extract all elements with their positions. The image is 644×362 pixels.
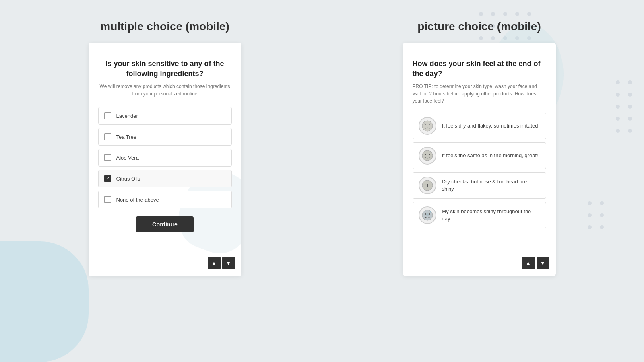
- pc-icon-dry-flakey: [419, 117, 436, 135]
- pc-option-dry-cheeks[interactable]: T Dry cheeks, but nose & forehead are sh…: [413, 172, 546, 199]
- mc-checkbox-citrus-oils: [104, 175, 111, 182]
- pc-icon-shiny-day: [419, 206, 436, 224]
- panel-divider: [322, 64, 322, 306]
- mc-option-citrus-oils[interactable]: Citrus Oils: [98, 170, 232, 187]
- mc-nav-arrows: ▲ ▼: [89, 253, 242, 276]
- pc-options-list: It feels dry and flakey, sometimes irrit…: [413, 113, 546, 228]
- mc-option-aloe-vera[interactable]: Aloe Vera: [98, 149, 232, 167]
- picture-choice-card: How does your skin feel at the end of th…: [403, 43, 556, 276]
- mc-label-tea-tree: Tea Tree: [116, 134, 137, 140]
- svg-point-4: [425, 154, 426, 155]
- pc-label-dry-flakey: It feels dry and flakey, sometimes irrit…: [442, 122, 538, 130]
- multiple-choice-content: Is your skin sensitive to any of the fol…: [89, 43, 242, 253]
- pc-question: How does your skin feel at the end of th…: [413, 59, 546, 79]
- svg-point-2: [429, 124, 430, 125]
- mc-checkbox-aloe-vera: [104, 154, 111, 161]
- mc-label-none: None of the above: [116, 197, 159, 203]
- mc-label-aloe-vera: Aloe Vera: [116, 155, 139, 161]
- pc-tip: PRO TIP: to determine your skin type, wa…: [413, 83, 546, 105]
- picture-choice-panel: picture choice (mobile) How does your sk…: [355, 20, 604, 276]
- mc-options-list: Lavender Tea Tree Aloe Vera Citrus Oils: [98, 107, 232, 208]
- svg-point-1: [425, 124, 426, 125]
- pc-nav-down-button[interactable]: ▼: [537, 257, 549, 269]
- mc-label-citrus-oils: Citrus Oils: [116, 176, 140, 182]
- multiple-choice-title: multiple choice (mobile): [100, 20, 229, 33]
- mc-nav-up-button[interactable]: ▲: [208, 257, 221, 269]
- svg-point-0: [422, 121, 433, 131]
- pc-label-dry-cheeks: Dry cheeks, but nose & forehead are shin…: [442, 178, 540, 193]
- mc-subtitle: We will remove any products which contai…: [98, 83, 232, 97]
- pc-option-same-morning[interactable]: It feels the same as in the morning, gre…: [413, 142, 546, 169]
- mc-checkbox-none: [104, 196, 111, 203]
- continue-button[interactable]: Continue: [136, 216, 194, 232]
- svg-point-3: [422, 150, 433, 161]
- pc-nav-arrows: ▲ ▼: [403, 253, 556, 276]
- multiple-choice-panel: multiple choice (mobile) Is your skin se…: [40, 20, 290, 276]
- main-layout: multiple choice (mobile) Is your skin se…: [0, 0, 644, 362]
- mc-question: Is your skin sensitive to any of the fol…: [98, 59, 232, 79]
- mc-label-lavender: Lavender: [116, 113, 138, 119]
- svg-point-10: [425, 213, 426, 215]
- continue-btn-wrapper: Continue: [98, 208, 232, 237]
- picture-choice-title: picture choice (mobile): [417, 20, 541, 33]
- pc-option-shiny-day[interactable]: My skin becomes shiny throughout the day: [413, 202, 546, 228]
- pc-label-shiny-day: My skin becomes shiny throughout the day: [442, 208, 540, 222]
- mc-option-none[interactable]: None of the above: [98, 191, 232, 208]
- mc-nav-down-button[interactable]: ▼: [222, 257, 235, 269]
- pc-option-dry-flakey[interactable]: It feels dry and flakey, sometimes irrit…: [413, 113, 546, 139]
- svg-text:T: T: [425, 182, 429, 188]
- pc-icon-dry-cheeks: T: [419, 177, 436, 194]
- picture-choice-content: How does your skin feel at the end of th…: [403, 43, 556, 253]
- mc-checkbox-tea-tree: [104, 133, 111, 140]
- mc-option-tea-tree[interactable]: Tea Tree: [98, 128, 232, 146]
- pc-label-same-morning: It feels the same as in the morning, gre…: [442, 152, 538, 159]
- multiple-choice-card: Is your skin sensitive to any of the fol…: [89, 43, 242, 276]
- mc-checkbox-lavender: [104, 112, 111, 119]
- mc-option-lavender[interactable]: Lavender: [98, 107, 232, 125]
- svg-point-5: [429, 154, 430, 155]
- pc-nav-up-button[interactable]: ▲: [522, 257, 535, 269]
- pc-icon-same-morning: [419, 147, 436, 165]
- svg-point-11: [429, 213, 430, 215]
